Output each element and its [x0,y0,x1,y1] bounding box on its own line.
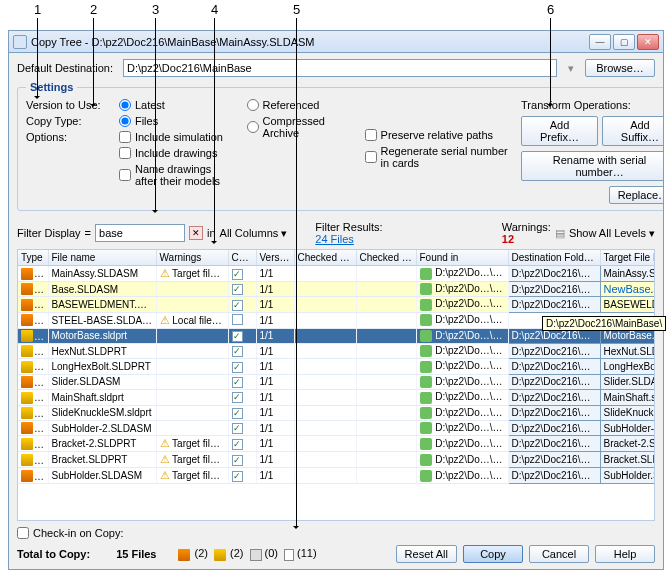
cell [356,344,416,359]
column-header[interactable]: File name [48,250,156,266]
cell: D:\pz2\Do…\MainBase [416,266,508,282]
copy-button[interactable]: Copy [463,545,523,563]
files-radio[interactable] [119,115,131,127]
cell: ⚠ Target file alre… [156,468,228,484]
copy-checkbox[interactable]: ✓ [232,471,243,482]
table-row[interactable]: Bracket.SLDPRT⚠ Target file alre…✓1/1 D:… [18,452,655,468]
copy-checkbox[interactable]: ✓ [232,269,243,280]
filter-results-link[interactable]: 24 Files [315,233,354,245]
regen-check[interactable] [365,151,377,163]
table-row[interactable]: SlideKnuckleSM.sldprt✓1/1 D:\pz2\Do…\Mai… [18,405,655,420]
copy-checkbox[interactable]: ✓ [232,408,243,419]
cell [156,282,228,297]
column-header[interactable]: Checked out in [356,250,416,266]
cell: D:\pz2\Do…\MainBase [416,359,508,374]
table-row[interactable]: Base.SLDASM✓1/1 D:\pz2\Do…\MainBaseD:\pz… [18,282,655,297]
cell: D:\pz2\Doc216\Mai… [508,452,600,468]
reset-all-button[interactable]: Reset All [396,545,457,563]
folder-icon [420,438,432,450]
cell [356,266,416,282]
warning-icon: ⚠ [160,437,170,449]
close-button[interactable]: ✕ [637,34,659,50]
folder-icon [420,330,432,342]
replace-button[interactable]: Replace… [609,186,663,204]
copy-checkbox[interactable]: ✓ [232,377,243,388]
copy-checkbox[interactable]: ✓ [232,300,243,311]
cell: ✓ [228,390,256,405]
cell [294,312,356,328]
column-header[interactable]: Version [256,250,294,266]
file-type-icon [21,345,33,357]
table-row[interactable]: MainShaft.sldprt✓1/1 D:\pz2\Do…\MainBase… [18,390,655,405]
name-drw-check[interactable] [119,169,131,181]
cell [156,405,228,420]
checkin-on-copy-check[interactable] [17,527,29,539]
all-columns-dropdown[interactable]: All Columns ▾ [220,227,288,240]
cell: 1/1 [256,282,294,297]
file-type-icon [21,283,33,295]
table-row[interactable]: LongHexBolt.SLDPRT✓1/1 D:\pz2\Do…\MainBa… [18,359,655,374]
referenced-radio[interactable] [247,99,259,111]
table-row[interactable]: SubHolder-2.SLDASM✓1/1 D:\pz2\Do…\MainBa… [18,420,655,435]
copy-checkbox[interactable]: ✓ [232,346,243,357]
column-header[interactable]: Checked out by [294,250,356,266]
help-button[interactable]: Help [595,545,655,563]
folder-icon [420,422,432,434]
folder-icon [420,407,432,419]
maximize-button[interactable]: ▢ [613,34,635,50]
cell: D:\pz2\Do…\MainBase [416,282,508,297]
cell [18,420,48,435]
rename-serial-button[interactable]: Rename with serial number… [521,151,663,181]
table-row[interactable]: Bracket-2.SLDPRT⚠ Target file alre…✓1/1 … [18,436,655,452]
table-row[interactable]: BASEWELDMENT.SL…✓1/1 D:\pz2\Do…\MainBase… [18,297,655,312]
column-header[interactable]: Type [18,250,48,266]
default-destination-input[interactable] [123,59,557,77]
column-header[interactable]: Target File Name [600,250,655,266]
copy-checkbox[interactable]: ✓ [232,284,243,295]
folder-icon [420,299,432,311]
cell [18,312,48,328]
cell: D:\pz2\Do…\MainBase [416,297,508,312]
folder-icon [420,345,432,357]
add-prefix-button[interactable]: Add Prefix… [521,116,598,146]
browse-button[interactable]: Browse… [585,59,655,77]
copy-checkbox[interactable]: ✓ [232,362,243,373]
table-row[interactable]: Slider.SLDASM✓1/1 D:\pz2\Do…\MainBaseD:\… [18,374,655,389]
column-header[interactable]: Warnings [156,250,228,266]
filter-input[interactable] [95,224,185,242]
copy-checkbox[interactable] [232,314,243,325]
titlebar: Copy Tree - D:\pz2\Doc216\MainBase\MainA… [9,31,663,53]
folder-icon [420,392,432,404]
table-row[interactable]: MainAssy.SLDASM⚠ Target file alre…✓1/1 D… [18,266,655,282]
copy-checkbox[interactable]: ✓ [232,392,243,403]
column-header[interactable]: Destination Folder Path [508,250,600,266]
clear-filter-icon[interactable]: ✕ [189,226,203,240]
add-suffix-button[interactable]: Add Suffix… [602,116,663,146]
cell: 1/1 [256,312,294,328]
cell [18,282,48,297]
cancel-button[interactable]: Cancel [529,545,589,563]
cell: LongHexBolt.SLD… [600,359,655,374]
table-row[interactable]: HexNut.SLDPRT✓1/1 D:\pz2\Do…\MainBaseD:\… [18,344,655,359]
copy-checkbox[interactable]: ✓ [232,439,243,450]
cell [18,344,48,359]
preserve-check[interactable] [365,129,377,141]
column-header[interactable]: Found in [416,250,508,266]
copy-checkbox[interactable]: ✓ [232,423,243,434]
minimize-button[interactable]: — [589,34,611,50]
dropdown-icon[interactable]: ▾ [563,62,579,75]
copy-checkbox[interactable]: ✓ [232,455,243,466]
cell [156,297,228,312]
cell: SubHolder.SLDASM [48,468,156,484]
include-sim-check[interactable] [119,131,131,143]
cell: LongHexBolt.SLDPRT [48,359,156,374]
copy-checkbox[interactable]: ✓ [232,331,243,342]
cell: D:\pz2\Doc216\Mai… [508,359,600,374]
include-drw-check[interactable] [119,147,131,159]
column-header[interactable]: Copy [228,250,256,266]
show-all-levels-dropdown[interactable]: Show All Levels ▾ [569,227,655,240]
cell: D:\pz2\Doc216\Mai… [508,282,600,297]
table-row[interactable]: SubHolder.SLDASM⚠ Target file alre…✓1/1 … [18,468,655,484]
latest-radio[interactable] [119,99,131,111]
compressed-radio[interactable] [247,121,259,133]
